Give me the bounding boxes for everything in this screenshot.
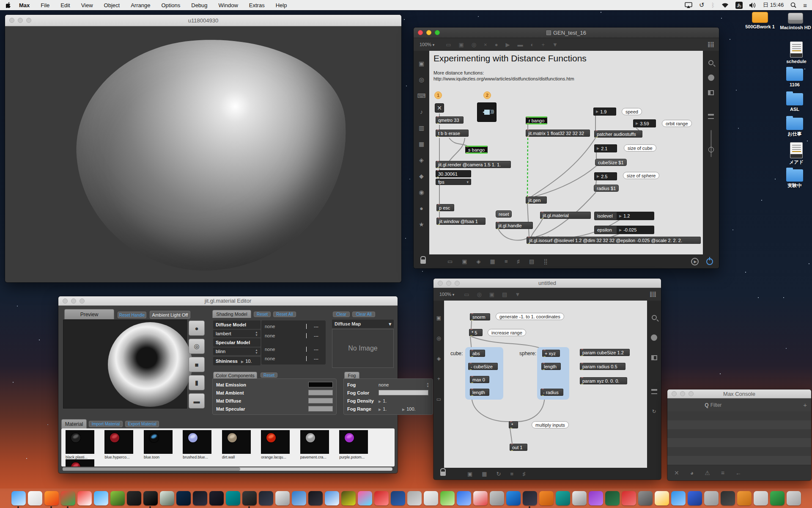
menu-items: MaxFileEditViewObjectArrangeOptionsDebug…: [19, 2, 287, 8]
dock-terminal[interactable]: [143, 491, 158, 505]
apple-menu-icon[interactable]: [6, 2, 11, 8]
file-icon: [790, 41, 803, 58]
desktop-icon-oshigoto[interactable]: お仕事: [778, 118, 811, 136]
dock-tripod-app[interactable]: [407, 491, 422, 505]
dock-red-a-app[interactable]: [622, 491, 636, 505]
dock-globe-app[interactable]: [506, 491, 521, 505]
dock-frog-timer[interactable]: [440, 491, 455, 505]
dock-photo-booth[interactable]: [572, 491, 587, 505]
dock-audio-app[interactable]: [523, 491, 537, 505]
wifi-icon[interactable]: [721, 3, 729, 8]
dock-safari[interactable]: [94, 491, 108, 505]
desktop-icon-1106[interactable]: 1106: [778, 69, 811, 87]
desktop-icon-meado[interactable]: メアド: [780, 142, 812, 165]
dock-processing-2[interactable]: [193, 491, 207, 505]
file-icon: [786, 93, 803, 105]
menu-item[interactable]: Help: [276, 2, 287, 8]
dock-p3[interactable]: [209, 491, 224, 505]
menu-item[interactable]: Options: [161, 2, 180, 8]
menu-item[interactable]: View: [81, 2, 93, 8]
dock-pure-data[interactable]: [160, 491, 174, 505]
menu-item[interactable]: Extras: [249, 2, 265, 8]
desktop-icon-500gbwork[interactable]: 500GBwork 1: [743, 12, 776, 29]
dock-radar-app[interactable]: [341, 491, 356, 505]
menu-item[interactable]: Window: [219, 2, 238, 8]
menu-clock[interactable]: 日 15:46: [763, 1, 784, 9]
dock-processing[interactable]: [176, 491, 191, 505]
desktop-icon-jikkenchu[interactable]: 実験中: [778, 169, 811, 188]
dock-system-prefs[interactable]: [490, 491, 504, 505]
dock-gray-app[interactable]: [704, 491, 719, 505]
dock-dark-app[interactable]: [721, 491, 735, 505]
dock-orange-app[interactable]: [737, 491, 752, 505]
dock-blue-document[interactable]: [688, 491, 702, 505]
dock-easel-app[interactable]: [424, 491, 438, 505]
desktop-icon-schedule[interactable]: schedule: [780, 41, 812, 64]
dock-helicopter-app[interactable]: [292, 491, 306, 505]
desktop-icon-asl[interactable]: ASL: [778, 93, 811, 112]
file-icon: [752, 12, 768, 23]
menu-item[interactable]: Arrange: [131, 2, 150, 8]
dock-green-dark-app[interactable]: [605, 491, 620, 505]
dock-light-app[interactable]: [754, 491, 768, 505]
dock-blue-orb-app[interactable]: [457, 491, 471, 505]
dock: [0, 489, 812, 508]
dock-notebook-app[interactable]: [391, 491, 405, 505]
dock-vivaldi[interactable]: [77, 491, 92, 505]
desktop: MaxFileEditViewObjectArrangeOptionsDebug…: [0, 0, 812, 508]
dock-finder[interactable]: [11, 491, 26, 505]
file-icon: [788, 13, 803, 24]
file-icon: [786, 118, 803, 130]
volume-icon[interactable]: [749, 3, 756, 8]
file-icon: [790, 142, 803, 158]
menu-item[interactable]: Debug: [191, 2, 207, 8]
menu-item[interactable]: Edit: [60, 2, 70, 8]
dock-mail[interactable]: [671, 491, 686, 505]
dock-text-editor[interactable]: [28, 491, 42, 505]
menu-item[interactable]: Max: [19, 2, 30, 8]
dock-orange-utility[interactable]: [539, 491, 554, 505]
dock-arduino[interactable]: [226, 491, 240, 505]
file-icon: [786, 69, 803, 81]
menu-item[interactable]: Object: [104, 2, 120, 8]
desktop-icon-area: 500GBwork 1 Macintosh HD schedule 1106 A…: [0, 0, 812, 508]
dock-prism-app[interactable]: [358, 491, 372, 505]
dock-green-app[interactable]: [770, 491, 785, 505]
input-source-icon[interactable]: あ: [735, 2, 743, 9]
time-machine-icon[interactable]: ↺: [699, 1, 705, 9]
menu-status-icons: ↺ ᛒ あ 日 15:46 ≡: [685, 1, 812, 9]
dock-dice-app[interactable]: [473, 491, 488, 505]
desktop-icon-macintosh-hd[interactable]: Macintosh HD: [779, 13, 812, 30]
dock-photos[interactable]: [655, 491, 669, 505]
dock-robot-app[interactable]: [259, 491, 273, 505]
dock-molecule-app[interactable]: [374, 491, 389, 505]
dock-chrome[interactable]: [61, 491, 75, 505]
menu-item[interactable]: File: [41, 2, 49, 8]
notification-center-icon[interactable]: ≡: [803, 2, 807, 9]
dock-processing-8[interactable]: [127, 491, 141, 505]
menu-bar: MaxFileEditViewObjectArrangeOptionsDebug…: [0, 0, 812, 10]
dock-purple-app[interactable]: [589, 491, 603, 505]
dock-scanner[interactable]: [275, 491, 290, 505]
dock-unity[interactable]: [308, 491, 323, 505]
bluetooth-icon[interactable]: ᛒ: [711, 2, 715, 8]
dock-teal-wave-app[interactable]: [556, 491, 570, 505]
dock-max-jitter[interactable]: [242, 491, 257, 505]
spotlight-icon[interactable]: [790, 2, 796, 8]
file-icon: [786, 169, 803, 182]
dock-handbrake[interactable]: [110, 491, 125, 505]
dock-firefox[interactable]: [44, 491, 59, 505]
airplay-icon[interactable]: [685, 2, 692, 8]
dock-xcode[interactable]: [325, 491, 339, 505]
dock-midi-keyboard[interactable]: [638, 491, 653, 505]
dock-trash[interactable]: [787, 491, 801, 505]
